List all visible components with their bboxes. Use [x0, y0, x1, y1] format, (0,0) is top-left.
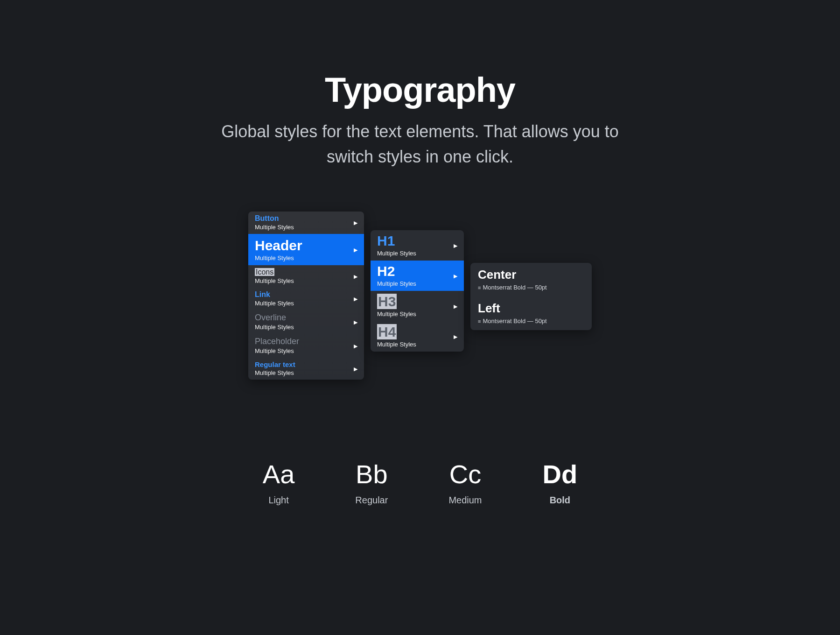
weight-label: Medium: [448, 495, 482, 506]
alignment-sublabel: ≡ Montserrat Bold — 50pt: [478, 318, 584, 325]
category-label: Header: [255, 238, 357, 254]
chevron-right-icon: ▶: [354, 274, 357, 280]
weight-glyph: Cc: [448, 459, 482, 489]
chevron-right-icon: ▶: [354, 366, 357, 372]
weight-glyph: Dd: [543, 459, 578, 489]
header-sublabel: Multiple Styles: [377, 250, 457, 257]
header-item-h4[interactable]: H4 Multiple Styles ▶: [371, 321, 464, 352]
category-label: Button: [255, 214, 357, 223]
category-sublabel: Multiple Styles: [255, 224, 357, 231]
category-label: Link: [255, 290, 357, 299]
category-item-overline[interactable]: Overline Multiple Styles ▶: [248, 310, 364, 334]
weight-sample-medium: Cc Medium: [448, 459, 482, 506]
chevron-right-icon: ▶: [354, 343, 357, 349]
category-item-icons[interactable]: Icons Multiple Styles ▶: [248, 265, 364, 288]
style-panels: Button Multiple Styles ▶ Header Multiple…: [126, 212, 714, 380]
category-sublabel: Multiple Styles: [255, 347, 357, 354]
header-sublabel: Multiple Styles: [377, 310, 457, 318]
category-sublabel: Multiple Styles: [255, 369, 357, 376]
align-center-icon: ≡: [478, 285, 480, 290]
category-item-placeholder[interactable]: Placeholder Multiple Styles ▶: [248, 334, 364, 358]
header-sublabel: Multiple Styles: [377, 341, 457, 348]
page-title: Typography: [126, 70, 714, 110]
category-sublabel: Multiple Styles: [255, 277, 357, 284]
alignment-item-left[interactable]: Left ≡ Montserrat Bold — 50pt: [470, 296, 592, 330]
header-sublabel: Multiple Styles: [377, 280, 457, 287]
chevron-right-icon: ▶: [354, 296, 357, 302]
weight-glyph: Aa: [263, 459, 295, 489]
header-item-h1[interactable]: H1 Multiple Styles ▶: [371, 230, 464, 261]
alignment-label: Left: [478, 301, 584, 316]
font-weights-row: Aa Light Bb Regular Cc Medium Dd Bold: [126, 459, 714, 506]
style-panel-categories: Button Multiple Styles ▶ Header Multiple…: [248, 212, 364, 380]
style-panel-alignment: Center ≡ Montserrat Bold — 50pt Left ≡ M…: [470, 263, 592, 330]
alignment-label: Center: [478, 268, 584, 282]
chevron-right-icon: ▶: [454, 273, 457, 279]
header-label: H3: [377, 294, 457, 310]
weight-label: Bold: [543, 495, 578, 506]
category-item-link[interactable]: Link Multiple Styles ▶: [248, 288, 364, 310]
header-label: H4: [377, 324, 457, 340]
category-item-header[interactable]: Header Multiple Styles ▶: [248, 234, 364, 265]
chevron-right-icon: ▶: [454, 333, 457, 339]
category-sublabel: Multiple Styles: [255, 254, 357, 261]
category-label: Regular text: [255, 360, 357, 368]
weight-label: Light: [263, 495, 295, 506]
chevron-right-icon: ▶: [354, 319, 357, 325]
align-left-icon: ≡: [478, 318, 480, 324]
alignment-item-center[interactable]: Center ≡ Montserrat Bold — 50pt: [470, 263, 592, 296]
chevron-right-icon: ▶: [354, 247, 357, 253]
page-subtitle: Global styles for the text elements. Tha…: [210, 119, 630, 169]
header-label: H1: [377, 233, 457, 249]
header-label: H2: [377, 263, 457, 279]
weight-sample-regular: Bb Regular: [355, 459, 388, 506]
alignment-sublabel: ≡ Montserrat Bold — 50pt: [478, 284, 584, 291]
chevron-right-icon: ▶: [354, 220, 357, 226]
style-panel-headers: H1 Multiple Styles ▶ H2 Multiple Styles …: [371, 230, 464, 352]
header-item-h2[interactable]: H2 Multiple Styles ▶: [371, 261, 464, 291]
weight-glyph: Bb: [355, 459, 388, 489]
category-label: Icons: [255, 268, 357, 276]
category-sublabel: Multiple Styles: [255, 300, 357, 307]
weight-sample-light: Aa Light: [263, 459, 295, 506]
category-label: Overline: [255, 313, 357, 323]
header-item-h3[interactable]: H3 Multiple Styles ▶: [371, 291, 464, 321]
category-item-button[interactable]: Button Multiple Styles ▶: [248, 212, 364, 234]
category-item-regular[interactable]: Regular text Multiple Styles ▶: [248, 358, 364, 380]
category-label: Placeholder: [255, 337, 357, 346]
weight-label: Regular: [355, 495, 388, 506]
weight-sample-bold: Dd Bold: [543, 459, 578, 506]
chevron-right-icon: ▶: [454, 242, 457, 248]
chevron-right-icon: ▶: [454, 303, 457, 309]
category-sublabel: Multiple Styles: [255, 324, 357, 331]
